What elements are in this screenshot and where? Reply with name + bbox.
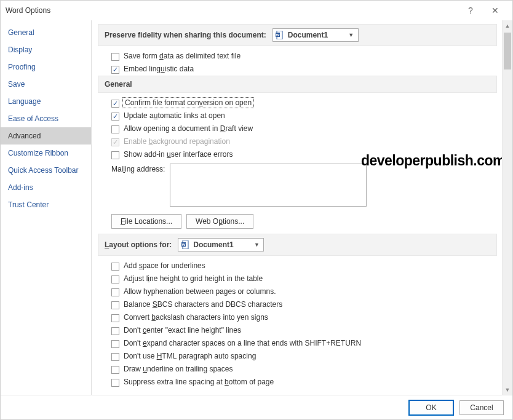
section-title-layout: Layout options for: bbox=[105, 240, 172, 249]
chevron-down-icon: ▼ bbox=[347, 32, 356, 38]
checkbox-dont-center-exact[interactable] bbox=[111, 327, 119, 335]
option-balance-sbcs[interactable]: Balance SBCS characters and DBCS charact… bbox=[98, 298, 497, 311]
option-label-addin-errors: Show add-in user interface errors bbox=[124, 150, 233, 159]
checkbox-suppress-extra-spacing[interactable] bbox=[111, 379, 119, 387]
option-label-dont-expand-spaces: Don't expand character spaces on a line … bbox=[124, 339, 361, 347]
option-allow-hyphenation[interactable]: Allow hyphenation between pages or colum… bbox=[98, 285, 497, 298]
option-update-auto-links[interactable]: Update automatic links at open bbox=[98, 109, 497, 122]
main-scroll-area: Preserve fidelity when sharing this docu… bbox=[92, 20, 502, 395]
checkbox-dont-use-html-spacing[interactable] bbox=[111, 353, 119, 361]
sidebar-item-trust-center[interactable]: Trust Center bbox=[1, 196, 91, 213]
help-button[interactable]: ? bbox=[458, 2, 483, 19]
svg-text:W: W bbox=[276, 33, 280, 37]
checkbox-convert-backslash[interactable] bbox=[111, 314, 119, 322]
category-sidebar: GeneralDisplayProofingSaveLanguageEase o… bbox=[1, 20, 92, 395]
option-label-convert-backslash: Convert backslash characters into yen si… bbox=[124, 313, 268, 322]
sidebar-item-customize-ribbon[interactable]: Customize Ribbon bbox=[1, 145, 91, 162]
checkbox-save-form-data[interactable] bbox=[111, 53, 119, 61]
sidebar-item-proofing[interactable]: Proofing bbox=[1, 58, 91, 76]
checkbox-dont-expand-spaces[interactable] bbox=[111, 340, 119, 348]
option-save-form-data[interactable]: Save form data as delimited text file bbox=[98, 50, 497, 63]
option-label-update-auto-links: Update automatic links at open bbox=[124, 111, 225, 120]
checkbox-adjust-line-height[interactable] bbox=[111, 275, 119, 283]
checkbox-background-repag bbox=[111, 138, 119, 146]
checkbox-embed-linguistic[interactable] bbox=[111, 66, 119, 74]
checkbox-confirm-conversion[interactable] bbox=[111, 100, 119, 108]
option-dont-use-html-spacing[interactable]: Don't use HTML paragraph auto spacing bbox=[98, 350, 497, 363]
option-label-allow-hyphenation: Allow hyphenation between pages or colum… bbox=[124, 287, 276, 296]
sidebar-item-ease-of-access[interactable]: Ease of Access bbox=[1, 110, 91, 127]
title-bar: Word Options ? ✕ bbox=[1, 1, 512, 20]
close-button[interactable]: ✕ bbox=[483, 2, 507, 19]
option-label-suppress-extra-spacing: Suppress extra line spacing at bottom of… bbox=[124, 378, 274, 386]
chevron-down-icon: ▼ bbox=[252, 242, 261, 248]
main-panel: Preserve fidelity when sharing this docu… bbox=[92, 20, 512, 395]
option-dont-center-exact[interactable]: Don't center "exact line height" lines bbox=[98, 324, 497, 337]
option-label-add-space-underlines: Add space for underlines bbox=[124, 261, 205, 270]
option-label-save-form-data: Save form data as delimited text file bbox=[124, 52, 241, 60]
option-allow-draft-view[interactable]: Allow opening a document in Draft view bbox=[98, 122, 497, 135]
sidebar-item-advanced[interactable]: Advanced bbox=[1, 127, 91, 145]
dialog-content: GeneralDisplayProofingSaveLanguageEase o… bbox=[1, 20, 512, 395]
section-title-preserve: Preserve fidelity when sharing this docu… bbox=[105, 31, 266, 39]
option-label-dont-use-html-spacing: Don't use HTML paragraph auto spacing bbox=[124, 352, 256, 360]
option-label-background-repag: Enable background repagination bbox=[124, 137, 230, 146]
option-label-dont-center-exact: Don't center "exact line height" lines bbox=[124, 326, 241, 335]
checkbox-balance-sbcs[interactable] bbox=[111, 301, 119, 309]
option-label-confirm-conversion: Confirm file format conversion on open bbox=[124, 98, 253, 107]
cancel-button[interactable]: Cancel bbox=[459, 400, 504, 415]
option-label-embed-linguistic: Embed linguistic data bbox=[124, 65, 194, 73]
ok-button[interactable]: OK bbox=[409, 400, 453, 415]
svg-text:W: W bbox=[182, 243, 186, 247]
option-label-draw-underline: Draw underline on trailing spaces bbox=[124, 365, 233, 373]
checkbox-allow-hyphenation[interactable] bbox=[111, 288, 119, 296]
sidebar-item-add-ins[interactable]: Add-ins bbox=[1, 179, 91, 196]
sidebar-item-general[interactable]: General bbox=[1, 24, 91, 41]
checkbox-add-space-underlines[interactable] bbox=[111, 263, 119, 271]
vertical-scrollbar[interactable]: ▲ ▼ bbox=[502, 20, 512, 395]
option-addin-errors[interactable]: Show add-in user interface errors bbox=[98, 148, 497, 161]
preserve-document-select[interactable]: W Document1 ▼ bbox=[272, 28, 359, 42]
option-background-repag: Enable background repagination bbox=[98, 135, 497, 148]
option-label-allow-draft-view: Allow opening a document in Draft view bbox=[124, 124, 253, 133]
document-icon: W bbox=[276, 31, 284, 39]
mailing-address-label: Mailing address: bbox=[111, 164, 165, 173]
checkbox-draw-underline[interactable] bbox=[111, 366, 119, 374]
layout-document-select[interactable]: W Document1 ▼ bbox=[178, 238, 264, 252]
sidebar-item-quick-access-toolbar[interactable]: Quick Access Toolbar bbox=[1, 162, 91, 179]
sidebar-item-language[interactable]: Language bbox=[1, 93, 91, 110]
option-adjust-line-height[interactable]: Adjust line height to grid height in the… bbox=[98, 272, 497, 285]
dialog-footer: OK Cancel bbox=[1, 395, 512, 419]
scroll-down-arrow-icon[interactable]: ▼ bbox=[503, 384, 512, 395]
option-suppress-extra-spacing[interactable]: Suppress extra line spacing at bottom of… bbox=[98, 376, 497, 389]
layout-select-value: Document1 bbox=[193, 240, 249, 249]
sidebar-item-display[interactable]: Display bbox=[1, 41, 91, 58]
section-header-layout: Layout options for: W Document1 ▼ bbox=[98, 234, 497, 256]
scrollbar-thumb[interactable] bbox=[504, 33, 511, 69]
preserve-select-value: Document1 bbox=[288, 31, 343, 39]
document-icon: W bbox=[181, 240, 189, 249]
option-dont-expand-spaces[interactable]: Don't expand character spaces on a line … bbox=[98, 337, 497, 350]
checkbox-update-auto-links[interactable] bbox=[111, 113, 119, 121]
scroll-up-arrow-icon[interactable]: ▲ bbox=[503, 20, 512, 31]
option-convert-backslash[interactable]: Convert backslash characters into yen si… bbox=[98, 311, 497, 324]
option-add-space-underlines[interactable]: Add space for underlines bbox=[98, 260, 497, 272]
sidebar-item-save[interactable]: Save bbox=[1, 76, 91, 93]
option-draw-underline[interactable]: Draw underline on trailing spaces bbox=[98, 363, 497, 376]
general-buttons: File Locations... Web Options... bbox=[98, 209, 497, 234]
section-title-general: General bbox=[105, 80, 132, 89]
checkbox-addin-errors[interactable] bbox=[111, 151, 119, 159]
section-header-preserve: Preserve fidelity when sharing this docu… bbox=[98, 24, 497, 46]
option-embed-linguistic[interactable]: Embed linguistic data bbox=[98, 63, 497, 76]
option-confirm-conversion[interactable]: Confirm file format conversion on open bbox=[98, 97, 497, 109]
option-label-balance-sbcs: Balance SBCS characters and DBCS charact… bbox=[124, 300, 282, 309]
word-options-dialog: Word Options ? ✕ GeneralDisplayProofingS… bbox=[0, 0, 513, 420]
option-label-adjust-line-height: Adjust line height to grid height in the… bbox=[124, 274, 263, 283]
mailing-address-input[interactable] bbox=[170, 164, 367, 207]
mailing-address-row: Mailing address: bbox=[98, 161, 497, 209]
web-options-button[interactable]: Web Options... bbox=[186, 214, 253, 229]
checkbox-allow-draft-view[interactable] bbox=[111, 125, 119, 133]
section-header-general: General bbox=[98, 76, 497, 93]
window-title: Word Options bbox=[6, 6, 458, 15]
file-locations-button[interactable]: File Locations... bbox=[111, 214, 181, 229]
